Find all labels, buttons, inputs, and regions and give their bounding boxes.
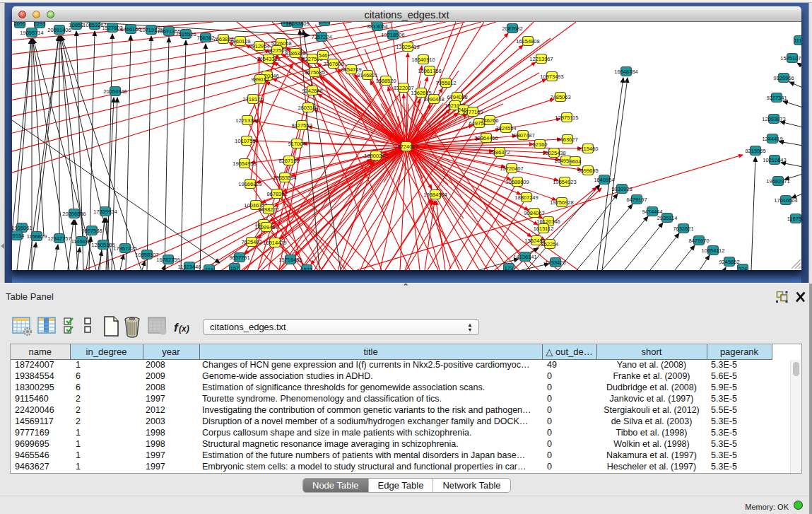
- svg-text:12213389: 12213389: [235, 117, 259, 124]
- svg-text:20691406: 20691406: [47, 27, 71, 33]
- svg-text:1935061: 1935061: [12, 225, 33, 231]
- svg-text:766382: 766382: [196, 35, 214, 41]
- svg-text:9242848: 9242848: [302, 88, 322, 94]
- svg-text:9227341: 9227341: [766, 95, 787, 101]
- svg-text:1112: 1112: [794, 37, 801, 44]
- svg-text:9474444: 9474444: [642, 209, 662, 215]
- svg-text:746266: 746266: [481, 117, 498, 124]
- svg-text:10807487: 10807487: [511, 132, 534, 139]
- svg-text:546: 546: [319, 52, 328, 59]
- svg-text:10654112: 10654112: [702, 247, 725, 254]
- svg-text:6794028: 6794028: [447, 94, 467, 100]
- svg-text:116753: 116753: [787, 216, 801, 222]
- svg-text:9129966: 9129966: [773, 75, 794, 81]
- svg-text:14099489: 14099489: [254, 224, 278, 230]
- svg-text:9084067: 9084067: [524, 210, 544, 216]
- svg-text:6479197: 6479197: [626, 197, 647, 203]
- svg-text:1362615: 1362615: [411, 90, 431, 96]
- svg-text:19055714: 19055714: [20, 30, 43, 36]
- svg-text:16782759: 16782759: [156, 257, 180, 263]
- svg-text:15720407: 15720407: [500, 165, 523, 172]
- svg-text:3675685: 3675685: [304, 69, 324, 76]
- svg-text:8267150: 8267150: [278, 158, 299, 164]
- svg-text:2293: 2293: [34, 22, 46, 27]
- svg-text:1571: 1571: [301, 267, 313, 270]
- svg-text:173: 173: [505, 265, 514, 270]
- svg-text:1244419: 1244419: [762, 136, 782, 142]
- svg-text:7955812: 7955812: [435, 80, 456, 86]
- svg-text:9699695: 9699695: [577, 168, 598, 174]
- svg-text:15716485: 15716485: [278, 257, 302, 263]
- svg-text:9115460: 9115460: [578, 146, 599, 152]
- svg-text:15751074: 15751074: [780, 55, 801, 62]
- svg-text:17016504: 17016504: [774, 197, 797, 204]
- svg-text:18724007: 18724007: [394, 144, 418, 150]
- svg-text:19166829: 19166829: [238, 181, 261, 187]
- svg-text:1145194: 1145194: [71, 238, 92, 245]
- svg-text:11923448: 11923448: [178, 264, 201, 270]
- svg-text:16033809: 16033809: [286, 22, 309, 27]
- svg-text:5498222: 5498222: [258, 206, 278, 213]
- svg-text:7357224: 7357224: [311, 34, 331, 40]
- svg-text:10688609: 10688609: [505, 179, 529, 185]
- svg-text:13353594: 13353594: [273, 175, 296, 181]
- svg-text:20364456: 20364456: [474, 135, 498, 141]
- svg-text:9604: 9604: [570, 158, 582, 165]
- svg-text:9245652: 9245652: [719, 259, 739, 265]
- svg-text:119: 119: [205, 267, 213, 270]
- svg-text:2718176: 2718176: [242, 96, 263, 103]
- svg-text:1588520: 1588520: [375, 78, 396, 84]
- svg-text:19654923: 19654923: [553, 179, 576, 185]
- svg-text:8471670: 8471670: [688, 238, 709, 244]
- svg-text:989012: 989012: [251, 76, 269, 83]
- svg-text:7986372: 7986372: [489, 149, 510, 156]
- svg-text:13325419: 13325419: [396, 44, 419, 50]
- svg-text:14136141: 14136141: [513, 254, 536, 260]
- svg-text:8960128: 8960128: [230, 38, 250, 45]
- svg-text:917004: 917004: [288, 141, 305, 147]
- svg-text:12213967: 12213967: [529, 56, 553, 62]
- svg-text:2055: 2055: [14, 22, 26, 27]
- svg-text:2803144: 2803144: [298, 105, 318, 111]
- svg-text:18807249: 18807249: [514, 194, 538, 201]
- svg-text:17359924: 17359924: [93, 209, 117, 215]
- svg-text:157: 157: [230, 265, 240, 270]
- svg-text:5938923: 5938923: [611, 186, 632, 192]
- svg-text:8990448: 8990448: [423, 96, 444, 103]
- svg-text:1733426: 1733426: [545, 259, 565, 266]
- svg-text:19654933: 19654933: [233, 160, 256, 167]
- svg-text:924: 924: [739, 266, 748, 270]
- svg-text:9827509: 9827509: [266, 47, 287, 54]
- svg-text:16914479: 16914479: [263, 240, 286, 246]
- svg-text:1640954: 1640954: [594, 177, 614, 183]
- svg-text:2087682: 2087682: [502, 25, 522, 32]
- svg-text:19692971: 19692971: [766, 178, 789, 185]
- svg-text:(x): (x): [179, 324, 189, 334]
- svg-text:19218506: 19218506: [381, 32, 404, 38]
- svg-text:16543382: 16543382: [257, 56, 280, 62]
- svg-text:18900243: 18900243: [364, 153, 387, 159]
- svg-text:19384554: 19384554: [423, 192, 447, 198]
- svg-text:8215955: 8215955: [745, 148, 765, 154]
- svg-text:1615112: 1615112: [534, 226, 554, 232]
- svg-text:62160: 62160: [533, 141, 548, 148]
- svg-text:20206536: 20206536: [62, 211, 86, 217]
- svg-text:2935114: 2935114: [657, 215, 678, 221]
- svg-text:9463627: 9463627: [557, 136, 577, 143]
- svg-text:16961758: 16961758: [418, 68, 441, 74]
- svg-text:9146821: 9146821: [357, 72, 377, 78]
- svg-text:16648784: 16648784: [614, 69, 637, 75]
- svg-text:8427552: 8427552: [291, 122, 312, 129]
- svg-text:10853: 10853: [69, 22, 84, 28]
- svg-text:10958107: 10958107: [135, 252, 158, 258]
- svg-text:10107554: 10107554: [235, 138, 258, 144]
- svg-text:9997588: 9997588: [81, 228, 102, 234]
- svg-text:10973493: 10973493: [540, 74, 563, 80]
- svg-text:3824554: 3824554: [495, 125, 516, 132]
- svg-text:1527602: 1527602: [102, 25, 122, 31]
- svg-text:7632621: 7632621: [673, 226, 693, 232]
- svg-text:18640910: 18640910: [411, 57, 435, 63]
- svg-text:12505185: 12505185: [91, 242, 114, 248]
- svg-text:10210643: 10210643: [763, 157, 786, 163]
- svg-text:16154808: 16154808: [516, 38, 539, 45]
